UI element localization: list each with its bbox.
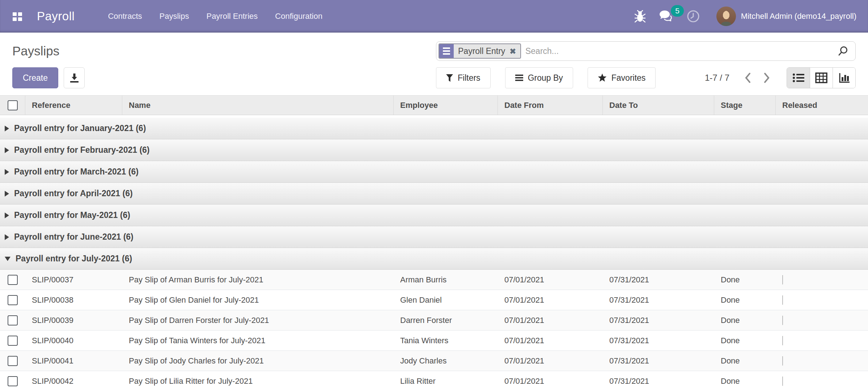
cell-reference: SLIP/00037	[25, 275, 122, 285]
column-header-stage[interactable]: Stage	[714, 96, 776, 115]
cell-released	[776, 316, 868, 325]
search-input[interactable]	[525, 46, 838, 56]
cell-date-from: 07/01/2021	[498, 275, 603, 285]
released-checkbox	[782, 295, 783, 305]
clock-icon	[687, 10, 700, 23]
pager-previous-button[interactable]	[743, 71, 753, 85]
row-checkbox[interactable]	[8, 315, 18, 325]
page-title: Payslips	[12, 44, 59, 58]
cell-date-from: 07/01/2021	[498, 356, 603, 366]
cell-name: Pay Slip of Darren Forster for July-2021	[122, 316, 394, 325]
create-button[interactable]: Create	[12, 67, 58, 88]
group-row-june[interactable]: Payroll entry for June-2021 (6)	[0, 226, 868, 248]
caret-right-icon	[5, 147, 9, 153]
row-checkbox[interactable]	[8, 376, 18, 386]
table-row[interactable]: SLIP/00037 Pay Slip of Arman Burris for …	[0, 270, 868, 290]
menu-item-configuration[interactable]: Configuration	[266, 0, 331, 33]
row-checkbox[interactable]	[8, 336, 18, 346]
download-icon	[69, 73, 79, 83]
list-view-icon	[792, 73, 805, 83]
menu-item-payslips[interactable]: Payslips	[151, 0, 198, 33]
facet-label: Payroll Entry	[458, 46, 505, 56]
control-panel: Payslips Payroll Entry ✖ Create	[0, 41, 868, 88]
main-menu: Contracts Payslips Payroll Entries Confi…	[99, 0, 331, 33]
cell-date-to: 07/31/2021	[603, 336, 714, 345]
group-row-july-expanded[interactable]: Payroll entry for July-2021 (6)	[0, 248, 868, 270]
column-header-employee[interactable]: Employee	[394, 96, 498, 115]
cell-reference: SLIP/00040	[25, 336, 122, 345]
column-header-name[interactable]: Name	[122, 96, 394, 115]
export-button[interactable]	[64, 67, 85, 88]
cell-date-to: 07/31/2021	[603, 275, 714, 285]
row-checkbox[interactable]	[8, 295, 18, 305]
cell-date-from: 07/01/2021	[498, 336, 603, 345]
cell-released	[776, 295, 868, 305]
graph-view-button[interactable]	[833, 68, 855, 88]
group-label: Payroll entry for July-2021 (6)	[16, 254, 132, 264]
list-view-button[interactable]	[787, 68, 810, 88]
menu-item-contracts[interactable]: Contracts	[99, 0, 151, 33]
group-row-february[interactable]: Payroll entry for February-2021 (6)	[0, 139, 868, 161]
activities-button[interactable]	[687, 10, 700, 23]
pivot-view-button[interactable]	[810, 68, 833, 88]
caret-right-icon	[5, 126, 9, 131]
group-row-april[interactable]: Payroll entry for April-2021 (6)	[0, 183, 868, 205]
column-header-released[interactable]: Released	[776, 96, 868, 115]
app-brand[interactable]: Payroll	[37, 9, 75, 23]
row-checkbox[interactable]	[8, 275, 18, 285]
table-row[interactable]: SLIP/00041 Pay Slip of Jody Charles for …	[0, 351, 868, 371]
group-row-march[interactable]: Payroll entry for March-2021 (6)	[0, 161, 868, 183]
menu-item-payroll-entries[interactable]: Payroll Entries	[198, 0, 266, 33]
table-header: Reference Name Employee Date From Date T…	[0, 95, 868, 115]
column-header-date-from[interactable]: Date From	[498, 96, 603, 115]
select-all-cell	[0, 96, 25, 115]
cell-reference: SLIP/00039	[25, 316, 122, 325]
table-row[interactable]: SLIP/00040 Pay Slip of Tania Winters for…	[0, 331, 868, 351]
row-select-cell	[0, 315, 25, 325]
group-by-facet-icon	[439, 44, 454, 58]
group-body-july: SLIP/00037 Pay Slip of Arman Burris for …	[0, 270, 868, 391]
column-header-date-to[interactable]: Date To	[603, 96, 714, 115]
group-label: Payroll entry for May-2021 (6)	[14, 210, 130, 220]
facet-remove-icon[interactable]: ✖	[509, 47, 516, 55]
chevron-right-icon	[763, 72, 770, 83]
messages-count-badge: 5	[671, 5, 684, 17]
column-header-reference[interactable]: Reference	[25, 96, 122, 115]
group-by-button[interactable]: Group By	[505, 67, 573, 88]
top-navbar: Payroll Contracts Payslips Payroll Entri…	[0, 0, 868, 33]
cell-reference: SLIP/00042	[25, 377, 122, 386]
pager-next-button[interactable]	[762, 71, 771, 85]
group-row-may[interactable]: Payroll entry for May-2021 (6)	[0, 205, 868, 226]
group-label: Payroll entry for March-2021 (6)	[14, 167, 139, 177]
debug-bug-button[interactable]	[635, 10, 645, 22]
table-row[interactable]: SLIP/00042 Pay Slip of Lilia Ritter for …	[0, 371, 868, 391]
cell-stage: Done	[714, 377, 776, 386]
filters-button[interactable]: Filters	[436, 67, 491, 88]
cell-name: Pay Slip of Tania Winters for July-2021	[122, 336, 394, 345]
group-by-icon	[515, 75, 523, 81]
table-row[interactable]: SLIP/00038 Pay Slip of Glen Daniel for J…	[0, 290, 868, 310]
cell-date-from: 07/01/2021	[498, 295, 603, 305]
cell-employee: Jody Charles	[394, 356, 498, 366]
cell-date-to: 07/31/2021	[603, 316, 714, 325]
apps-menu-icon[interactable]	[11, 10, 24, 23]
cell-stage: Done	[714, 295, 776, 305]
bug-icon	[635, 10, 645, 22]
messages-button[interactable]: 5	[659, 10, 673, 22]
pager-range: 1-7 / 7	[705, 73, 729, 83]
nav-right-systray: 5 Mitchell Admin (demo14_payroll)	[635, 7, 856, 26]
user-avatar	[716, 7, 736, 26]
star-icon	[598, 73, 607, 82]
favorites-button[interactable]: Favorites	[588, 67, 656, 88]
cell-name: Pay Slip of Glen Daniel for July-2021	[122, 295, 394, 305]
table-row[interactable]: SLIP/00039 Pay Slip of Darren Forster fo…	[0, 310, 868, 331]
user-menu[interactable]: Mitchell Admin (demo14_payroll)	[714, 7, 856, 26]
row-checkbox[interactable]	[8, 356, 18, 366]
group-label: Payroll entry for June-2021 (6)	[14, 232, 134, 242]
cell-date-from: 07/01/2021	[498, 316, 603, 325]
released-checkbox	[782, 377, 783, 386]
caret-right-icon	[5, 213, 9, 218]
select-all-checkbox[interactable]	[8, 100, 18, 110]
cell-name: Pay Slip of Lilia Ritter for July-2021	[122, 377, 394, 386]
group-row-january[interactable]: Payroll entry for January-2021 (6)	[0, 118, 868, 139]
